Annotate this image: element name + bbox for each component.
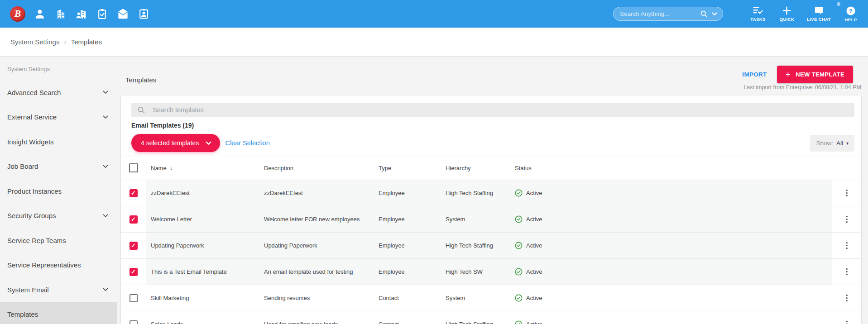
table-header-row: Name Description Type Hierarchy Status: [121, 156, 861, 180]
template-description: Sending resumes: [264, 295, 379, 301]
show-filter-dropdown[interactable]: Show: All: [810, 135, 854, 152]
template-description: zzDarekEEtest: [264, 190, 379, 196]
template-type: Employee: [379, 216, 446, 223]
template-name[interactable]: zzDarekEEtest: [146, 190, 264, 196]
clipboard-check-icon[interactable]: [95, 6, 110, 21]
new-template-button[interactable]: NEW TEMPLATE: [777, 66, 853, 83]
row-actions-menu-icon[interactable]: [844, 214, 849, 225]
chat-icon: [814, 6, 824, 15]
sidebar-item-external-service[interactable]: External Service: [0, 105, 117, 130]
status-badge: Active: [515, 294, 832, 302]
sidebar-item-security-groups[interactable]: Security Groups: [0, 204, 117, 229]
template-hierarchy: High Tech SW: [446, 268, 515, 275]
status-badge: Active: [515, 268, 832, 276]
person-building-icon[interactable]: [74, 6, 89, 21]
templates-table: Name Description Type Hierarchy Status: [121, 156, 861, 324]
selected-templates-dropdown[interactable]: 4 selected templates: [131, 134, 220, 152]
global-search-input[interactable]: [619, 10, 700, 18]
column-header-type[interactable]: Type: [379, 165, 446, 172]
template-hierarchy: High Tech Staffing: [446, 242, 515, 249]
row-actions-menu-icon[interactable]: [844, 188, 849, 199]
quick-add-button[interactable]: QUICK: [778, 6, 796, 22]
template-search-input[interactable]: [152, 106, 854, 114]
template-type: Employee: [379, 268, 446, 275]
row-checkbox[interactable]: [129, 242, 138, 250]
breadcrumb-system-settings[interactable]: System Settings: [10, 38, 59, 46]
email-templates-count-label: Email Templates (19): [131, 122, 854, 129]
chevron-down-icon: [103, 165, 108, 168]
template-hierarchy: High Tech Staffing: [446, 190, 515, 196]
template-description: Updating Paperwork: [264, 242, 379, 249]
templates-card: Email Templates (19) 4 selected template…: [121, 95, 861, 324]
import-button[interactable]: IMPORT: [742, 71, 767, 78]
row-checkbox[interactable]: [129, 189, 138, 197]
status-badge: Active: [515, 215, 832, 223]
bullhorn-logo[interactable]: B: [10, 6, 25, 22]
template-name[interactable]: Updating Paperwork: [146, 242, 264, 249]
page-title: Templates: [125, 76, 156, 84]
plus-icon: [782, 6, 791, 15]
row-checkbox[interactable]: [129, 268, 138, 276]
table-row: Sales Leads Used for emailing new leads …: [121, 311, 861, 324]
breadcrumb-templates: Templates: [71, 38, 102, 46]
chevron-down-icon: [103, 288, 108, 291]
row-checkbox[interactable]: [129, 320, 138, 324]
template-name[interactable]: This is a Test Email Template: [146, 268, 264, 275]
module-nav: [32, 6, 151, 21]
template-name[interactable]: Sales Leads: [146, 321, 264, 324]
sidebar-item-insight-widgets[interactable]: Insight Widgets: [0, 129, 117, 154]
template-hierarchy: System: [446, 295, 515, 301]
sidebar-item-service-rep-teams[interactable]: Service Rep Teams: [0, 228, 117, 253]
status-active-icon: [515, 189, 523, 197]
template-type: Employee: [379, 190, 446, 196]
search-icon[interactable]: [700, 10, 708, 18]
envelope-icon[interactable]: [115, 6, 130, 21]
breadcrumb-separator-icon: [64, 38, 66, 46]
row-actions-menu-icon[interactable]: [844, 240, 849, 251]
chevron-down-icon: [103, 214, 108, 218]
global-search[interactable]: [613, 7, 723, 21]
select-all-cell: [121, 156, 146, 180]
column-header-hierarchy[interactable]: Hierarchy: [446, 165, 515, 172]
tasks-button[interactable]: TASKS: [749, 6, 767, 22]
template-name[interactable]: Welcome Letter: [146, 216, 264, 223]
sidebar-section-label: System Settings: [7, 66, 50, 72]
status-active-icon: [515, 268, 523, 276]
template-name[interactable]: Skill Marketing: [146, 295, 264, 301]
row-actions-menu-icon[interactable]: [844, 319, 849, 324]
sidebar-item-advanced-search[interactable]: Advanced Search: [0, 80, 117, 105]
row-checkbox[interactable]: [129, 215, 138, 224]
sidebar-item-service-representatives[interactable]: Service Representatives: [0, 253, 117, 278]
row-checkbox[interactable]: [129, 294, 138, 302]
help-button[interactable]: ? HELP: [842, 6, 860, 22]
search-scope-chevron-icon[interactable]: [712, 12, 717, 16]
caret-down-icon: [846, 141, 849, 146]
id-badge-icon[interactable]: [136, 6, 151, 21]
row-actions-menu-icon[interactable]: [844, 293, 849, 304]
sidebar-item-templates[interactable]: Templates: [0, 302, 117, 324]
topbar-divider: [736, 6, 736, 22]
table-row: Welcome Letter Welcome letter FOR new em…: [121, 206, 861, 233]
column-header-description[interactable]: Description: [264, 165, 379, 172]
last-import-status: Last import from Enterprise: 06/08/21, 1…: [743, 84, 861, 91]
tasks-icon: [752, 6, 764, 15]
live-chat-button[interactable]: LIVE CHAT: [807, 6, 831, 22]
template-description: Welcome letter FOR new employees: [264, 216, 379, 223]
clear-selection-link[interactable]: Clear Selection: [225, 139, 269, 147]
plus-icon: [786, 70, 791, 79]
template-search-bar[interactable]: [131, 103, 854, 117]
status-active-icon: [515, 215, 523, 223]
template-type: Employee: [379, 242, 446, 249]
sidebar-item-product-instances[interactable]: Product Instances: [0, 179, 117, 204]
sidebar-item-job-board[interactable]: Job Board: [0, 154, 117, 179]
person-icon[interactable]: [32, 6, 47, 21]
column-header-status[interactable]: Status: [515, 165, 832, 172]
settings-sidebar: System Settings Advanced Search External…: [0, 57, 117, 324]
sidebar-item-system-email[interactable]: System Email: [0, 277, 117, 302]
search-icon: [137, 106, 145, 114]
row-actions-menu-icon[interactable]: [844, 267, 849, 277]
column-header-name[interactable]: Name: [146, 165, 264, 172]
template-description: An email template used for testing: [264, 268, 379, 275]
building-icon[interactable]: [53, 6, 68, 21]
select-all-checkbox[interactable]: [129, 163, 138, 172]
